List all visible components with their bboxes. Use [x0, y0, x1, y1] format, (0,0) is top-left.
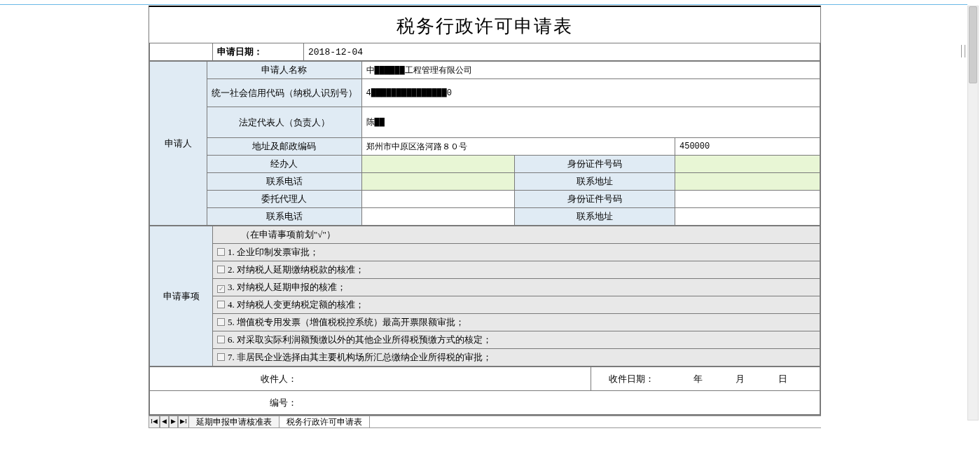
recv-date-value[interactable]: 年 月 日: [661, 367, 820, 391]
top-border: [0, 4, 967, 5]
item-text: 非居民企业选择由其主要机构场所汇总缴纳企业所得税的审批；: [237, 352, 492, 362]
item-n: 6.: [228, 334, 235, 345]
item-text: 对纳税人延期缴纳税款的核准；: [237, 264, 364, 275]
footer-table: 收件人： 收件日期： 年 月 日 编号：: [149, 367, 820, 415]
recv-date-label: 收件日期：: [591, 367, 661, 391]
side-handle-icon[interactable]: [961, 45, 965, 57]
tab-sheet-1[interactable]: 延期申报申请核准表: [188, 416, 279, 428]
contact-addr-input-2[interactable]: [675, 208, 820, 226]
number-value[interactable]: [304, 391, 820, 415]
id-input-2[interactable]: [675, 191, 820, 208]
item-row: 1. 企业印制发票审批；: [213, 244, 820, 261]
tab-nav-prev-icon[interactable]: ◀: [160, 416, 169, 428]
item-n: 3.: [228, 282, 235, 292]
tab-filler: [370, 416, 821, 428]
date-y: 年: [693, 374, 703, 384]
legal-rep-value: 陈██: [361, 107, 820, 138]
checkbox-icon[interactable]: [217, 318, 225, 326]
contact-addr-input-1[interactable]: [675, 173, 820, 191]
form-sheet: 税务行政许可申请表 申请日期： 2018-12-04 申请人 申请人名称 中██…: [149, 6, 821, 416]
address-value: 郑州市中原区洛河路８０号: [361, 138, 675, 156]
tab-nav-first-icon[interactable]: I◀: [149, 416, 160, 428]
item-text: 对纳税人延期申报的核准；: [237, 282, 346, 292]
postcode-value: 450000: [675, 138, 820, 156]
tab-nav-last-icon[interactable]: ▶I: [178, 416, 189, 428]
items-instruction: （在申请事项前划"√"）: [213, 226, 820, 244]
phone-input-1[interactable]: [361, 173, 515, 191]
number-label: 编号：: [150, 391, 304, 415]
header-row: 申请日期： 2018-12-04: [149, 43, 820, 61]
id-label-2: 身份证件号码: [515, 191, 675, 208]
scrollbar-thumb[interactable]: [969, 6, 977, 83]
items-table: 申请事项 （在申请事项前划"√"） 1. 企业印制发票审批； 2. 对纳税人延期…: [149, 226, 820, 367]
tab-sheet-2[interactable]: 税务行政许可申请表: [279, 416, 370, 428]
phone-input-2[interactable]: [361, 208, 515, 226]
checkbox-icon[interactable]: [217, 336, 225, 343]
agent-label: 委托代理人: [207, 191, 361, 208]
item-n: 1.: [228, 247, 235, 257]
spacer: [150, 43, 213, 61]
recipient-label: 收件人：: [150, 367, 304, 391]
item-row: 4. 对纳税人变更纳税定额的核准；: [213, 296, 820, 314]
checkbox-icon[interactable]: [217, 301, 225, 308]
checkbox-icon[interactable]: [217, 248, 225, 256]
id-label-1: 身份证件号码: [515, 156, 675, 173]
item-n: 2.: [228, 264, 235, 275]
item-row: 6. 对采取实际利润额预缴以外的其他企业所得税预缴方式的核定；: [213, 331, 820, 349]
date-m: 月: [736, 374, 745, 384]
legal-rep-label: 法定代表人（负责人）: [207, 107, 361, 138]
item-row: 3. 对纳税人延期申报的核准；: [213, 279, 820, 296]
item-row: 5. 增值税专用发票（增值税税控系统）最高开票限额审批；: [213, 314, 820, 331]
tab-nav-next-icon[interactable]: ▶: [169, 416, 178, 428]
phone-label-1: 联系电话: [207, 173, 361, 191]
handler-label: 经办人: [207, 156, 361, 173]
phone-label-2: 联系电话: [207, 208, 361, 226]
uscc-label: 统一社会信用代码（纳税人识别号）: [207, 79, 361, 107]
item-n: 4.: [228, 299, 235, 310]
item-row: 2. 对纳税人延期缴纳税款的核准；: [213, 261, 820, 279]
item-text: 对采取实际利润额预缴以外的其他企业所得税预缴方式的核定；: [237, 334, 492, 345]
date-d: 日: [778, 374, 787, 384]
checkbox-icon[interactable]: [217, 266, 225, 273]
item-n: 5.: [228, 317, 235, 327]
name-label: 申请人名称: [207, 62, 361, 79]
address-label: 地址及邮政编码: [207, 138, 361, 156]
items-section-label: 申请事项: [150, 226, 213, 367]
apply-date-label: 申请日期：: [213, 43, 304, 61]
item-text: 增值税专用发票（增值税税控系统）最高开票限额审批；: [237, 317, 464, 327]
apply-date-value: 2018-12-04: [304, 43, 820, 61]
vertical-scrollbar[interactable]: [967, 6, 979, 420]
recipient-value[interactable]: [304, 367, 591, 391]
item-row: 7. 非居民企业选择由其主要机构场所汇总缴纳企业所得税的审批；: [213, 349, 820, 367]
checkbox-icon[interactable]: [217, 285, 225, 293]
contact-addr-label-1: 联系地址: [515, 173, 675, 191]
checkbox-icon[interactable]: [217, 353, 225, 361]
handler-input[interactable]: [361, 156, 515, 173]
item-text: 企业印制发票审批；: [237, 247, 319, 257]
uscc-value: 4███████████████0: [361, 79, 820, 107]
contact-addr-label-2: 联系地址: [515, 208, 675, 226]
form-title: 税务行政许可申请表: [149, 7, 820, 43]
item-text: 对纳税人变更纳税定额的核准；: [237, 299, 364, 310]
sheet-tabs: I◀ ◀ ▶ ▶I 延期申报申请核准表 税务行政许可申请表: [149, 416, 821, 428]
applicant-table: 申请人 申请人名称 中██████工程管理有限公司 统一社会信用代码（纳税人识别…: [149, 61, 820, 226]
name-value: 中██████工程管理有限公司: [361, 62, 820, 79]
agent-input[interactable]: [361, 191, 515, 208]
item-n: 7.: [228, 352, 235, 362]
applicant-section-label: 申请人: [150, 62, 207, 226]
id-input-1[interactable]: [675, 156, 820, 173]
